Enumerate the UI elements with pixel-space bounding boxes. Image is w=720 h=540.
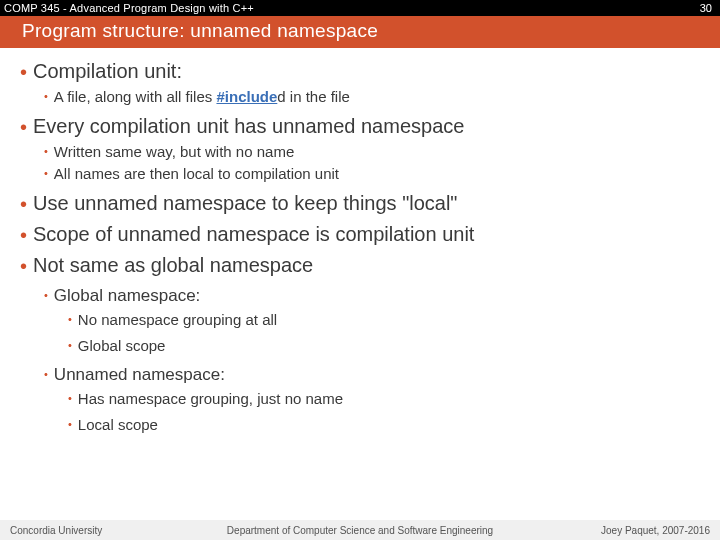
bullet-icon: • [44, 166, 48, 181]
bullet-text-post: d in the file [277, 88, 350, 105]
bullet-text: Use unnamed namespace to keep things "lo… [33, 192, 457, 214]
bullet-icon: • [20, 191, 27, 218]
bullet-icon: • [68, 391, 72, 406]
bullet-text: All names are then local to compilation … [54, 165, 339, 182]
bullet-use: •Use unnamed namespace to keep things "l… [20, 190, 704, 217]
bullet-unnamed: •Unnamed namespace: [44, 364, 704, 387]
slide-title: Program structure: unnamed namespace [0, 16, 720, 48]
bullet-global-b: •Global scope [68, 336, 704, 356]
top-bar: COMP 345 - Advanced Program Design with … [0, 0, 720, 16]
bullet-every: •Every compilation unit has unnamed name… [20, 113, 704, 140]
bullet-comp-unit-a: •A file, along with all files #included … [44, 87, 704, 107]
bullet-icon: • [20, 253, 27, 280]
footer-mid: Department of Computer Science and Softw… [0, 525, 720, 536]
bullet-global-a: •No namespace grouping at all [68, 310, 704, 330]
bullet-icon: • [44, 367, 48, 382]
bullet-text: Written same way, but with no name [54, 143, 294, 160]
bullet-text: Every compilation unit has unnamed names… [33, 115, 464, 137]
bullet-icon: • [20, 222, 27, 249]
bullet-global: •Global namespace: [44, 285, 704, 308]
bullet-text-pre: A file, along with all files [54, 88, 217, 105]
slide-content: •Compilation unit: •A file, along with a… [0, 48, 720, 540]
bullet-text: Not same as global namespace [33, 254, 313, 276]
bullet-icon: • [20, 59, 27, 86]
bullet-icon: • [68, 312, 72, 327]
bullet-comp-unit: •Compilation unit: [20, 58, 704, 85]
course-label: COMP 345 - Advanced Program Design with … [4, 2, 254, 14]
bullet-text: Scope of unnamed namespace is compilatio… [33, 223, 474, 245]
bullet-text: Unnamed namespace: [54, 365, 225, 384]
bullet-text: Local scope [78, 416, 158, 433]
bullet-every-a: •Written same way, but with no name [44, 142, 704, 162]
bullet-unnamed-a: •Has namespace grouping, just no name [68, 389, 704, 409]
footer: Concordia University Department of Compu… [0, 520, 720, 540]
bullet-icon: • [44, 89, 48, 104]
bullet-icon: • [44, 288, 48, 303]
page-number: 30 [700, 2, 712, 14]
bullet-notsame: •Not same as global namespace [20, 252, 704, 279]
bullet-text: Global namespace: [54, 286, 200, 305]
slide: COMP 345 - Advanced Program Design with … [0, 0, 720, 540]
bullet-icon: • [68, 338, 72, 353]
bullet-unnamed-b: •Local scope [68, 415, 704, 435]
bullet-text: Compilation unit: [33, 60, 182, 82]
bullet-icon: • [68, 417, 72, 432]
bullet-icon: • [20, 114, 27, 141]
bullet-scope: •Scope of unnamed namespace is compilati… [20, 221, 704, 248]
bullet-every-b: •All names are then local to compilation… [44, 164, 704, 184]
bullet-text: No namespace grouping at all [78, 311, 277, 328]
bullet-text: Global scope [78, 337, 166, 354]
bullet-icon: • [44, 144, 48, 159]
include-keyword: #include [216, 88, 277, 105]
bullet-text: Has namespace grouping, just no name [78, 390, 343, 407]
